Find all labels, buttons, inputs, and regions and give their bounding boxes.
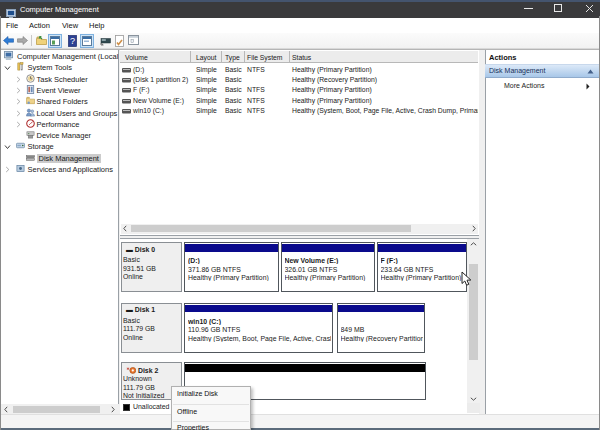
svg-text:?: ?	[70, 36, 75, 46]
